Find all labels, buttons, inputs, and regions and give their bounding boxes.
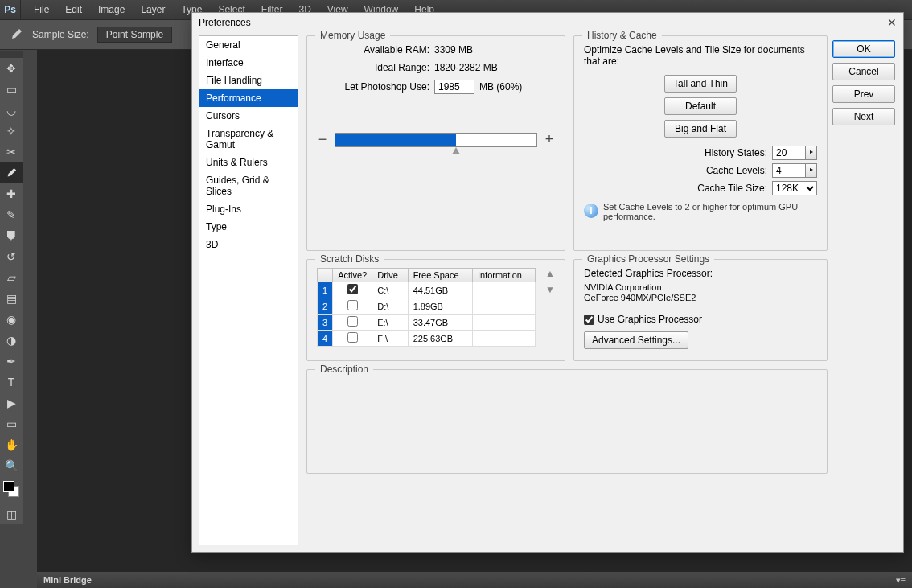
category-cursors[interactable]: Cursors: [199, 107, 298, 125]
category-guides-grid-slices[interactable]: Guides, Grid & Slices: [199, 171, 298, 200]
move-up-icon[interactable]: ▲: [545, 268, 555, 279]
color-swatch[interactable]: [3, 481, 19, 499]
healing-brush-tool-icon[interactable]: ✚: [0, 183, 23, 204]
brush-tool-icon[interactable]: ✎: [0, 204, 23, 225]
scratch-active-checkbox[interactable]: [347, 300, 358, 310]
info-icon: i: [584, 204, 598, 218]
history-cache-group: History & Cache Optimize Cache Levels an…: [573, 35, 828, 251]
scratch-disks-table: Active? Drive Free Space Information 1C:…: [317, 268, 536, 347]
scratch-row[interactable]: 1C:\44.51GB: [318, 282, 536, 298]
cancel-button[interactable]: Cancel: [832, 63, 895, 80]
cache-levels-label: Cache Levels:: [706, 165, 767, 176]
ok-button[interactable]: OK: [832, 40, 895, 58]
cache-tile-size-label: Cache Tile Size:: [697, 183, 767, 194]
scratch-row[interactable]: 3E:\33.47GB: [318, 315, 536, 331]
advanced-settings-button[interactable]: Advanced Settings...: [584, 331, 688, 349]
detected-gpu-label: Detected Graphics Processor:: [584, 268, 817, 279]
preferences-dialog: Preferences ✕ General Interface File Han…: [191, 12, 904, 553]
gpu-model: GeForce 940MX/PCIe/SSE2: [584, 293, 817, 302]
category-interface[interactable]: Interface: [199, 54, 298, 72]
menu-file[interactable]: File: [26, 0, 57, 19]
memory-slider[interactable]: [335, 133, 537, 147]
category-general[interactable]: General: [199, 36, 298, 54]
move-tool-icon[interactable]: ✥: [0, 58, 23, 79]
menu-edit[interactable]: Edit: [57, 0, 90, 19]
history-brush-tool-icon[interactable]: ↺: [0, 246, 23, 267]
path-select-tool-icon[interactable]: ▶: [0, 393, 23, 413]
sample-size-label: Sample Size:: [32, 29, 89, 40]
quickmask-toggle-icon[interactable]: ◫: [0, 504, 23, 524]
description-group: Description: [306, 369, 828, 474]
memory-increment-button[interactable]: +: [544, 131, 555, 148]
move-down-icon[interactable]: ▼: [545, 284, 555, 295]
panel-menu-icon[interactable]: ▾≡: [896, 575, 906, 586]
category-transparency-gamut[interactable]: Transparency & Gamut: [199, 125, 298, 154]
category-type[interactable]: Type: [199, 218, 298, 236]
let-photoshop-use-input[interactable]: [434, 80, 474, 94]
history-states-label: History States:: [705, 147, 767, 158]
sample-size-select[interactable]: Point Sample: [97, 27, 172, 43]
close-icon[interactable]: ✕: [887, 16, 897, 29]
memory-legend: Memory Usage: [315, 30, 390, 41]
memory-usage-group: Memory Usage Available RAM:3309 MB Ideal…: [306, 35, 565, 251]
marquee-tool-icon[interactable]: ▭: [0, 79, 23, 100]
scratch-disks-legend: Scratch Disks: [315, 253, 384, 265]
menu-image[interactable]: Image: [90, 0, 133, 19]
gpu-settings-group: Graphics Processor Settings Detected Gra…: [573, 259, 828, 361]
toolbar-handle[interactable]: [0, 51, 23, 58]
lasso-tool-icon[interactable]: ◡: [0, 100, 23, 121]
blur-tool-icon[interactable]: ◉: [0, 309, 23, 330]
type-tool-icon[interactable]: T: [0, 372, 23, 393]
cache-levels-stepper[interactable]: ▸: [806, 163, 817, 178]
eraser-tool-icon[interactable]: ▱: [0, 267, 23, 288]
prev-button[interactable]: Prev: [832, 85, 895, 103]
scratch-row[interactable]: 2D:\1.89GB: [318, 298, 536, 315]
scratch-disks-group: Scratch Disks Active? Drive Free Space I…: [306, 259, 565, 361]
scratch-active-checkbox[interactable]: [347, 316, 358, 327]
zoom-tool-icon[interactable]: 🔍: [0, 455, 23, 476]
crop-tool-icon[interactable]: ✂: [0, 142, 23, 162]
app-logo: Ps: [0, 0, 21, 19]
history-cache-intro: Optimize Cache Levels and Tile Size for …: [584, 44, 817, 67]
stamp-tool-icon[interactable]: ⛊: [0, 225, 23, 246]
use-gpu-checkbox[interactable]: [584, 315, 594, 325]
foreground-color[interactable]: [3, 481, 14, 492]
history-states-input[interactable]: [772, 146, 806, 160]
dodge-tool-icon[interactable]: ◑: [0, 330, 23, 351]
gradient-tool-icon[interactable]: ▤: [0, 288, 23, 309]
default-button[interactable]: Default: [664, 97, 737, 115]
next-button[interactable]: Next: [832, 108, 895, 125]
pen-tool-icon[interactable]: ✒: [0, 351, 23, 372]
magic-wand-tool-icon[interactable]: ✧: [0, 121, 23, 142]
hand-tool-icon[interactable]: ✋: [0, 434, 23, 455]
history-cache-legend: History & Cache: [582, 30, 662, 41]
category-units-rulers[interactable]: Units & Rulers: [199, 154, 298, 171]
dialog-actions: OK Cancel Prev Next: [832, 32, 903, 552]
memory-slider-fill: [335, 134, 456, 146]
memory-slider-thumb[interactable]: [452, 147, 460, 154]
col-drive: Drive: [372, 269, 408, 282]
gpu-legend: Graphics Processor Settings: [582, 253, 714, 265]
scratch-active-checkbox[interactable]: [347, 332, 358, 343]
history-states-stepper[interactable]: ▸: [806, 146, 817, 160]
cache-levels-input[interactable]: [772, 163, 806, 178]
tall-and-thin-button[interactable]: Tall and Thin: [664, 75, 737, 93]
menu-layer[interactable]: Layer: [133, 0, 173, 19]
scratch-row[interactable]: 4F:\225.63GB: [318, 331, 536, 347]
category-performance[interactable]: Performance: [199, 89, 298, 107]
col-active: Active?: [333, 269, 372, 282]
mini-bridge-panel[interactable]: Mini Bridge ▾≡: [37, 572, 912, 588]
cache-tile-size-select[interactable]: 128K: [772, 181, 817, 195]
category-file-handling[interactable]: File Handling: [199, 72, 298, 89]
big-and-flat-button[interactable]: Big and Flat: [664, 120, 737, 138]
category-plugins[interactable]: Plug-Ins: [199, 200, 298, 218]
scratch-active-checkbox[interactable]: [347, 284, 358, 294]
col-info: Information: [472, 269, 535, 282]
memory-decrement-button[interactable]: −: [317, 131, 328, 148]
dialog-titlebar: Preferences ✕: [192, 13, 903, 32]
eyedropper-tool-icon[interactable]: [0, 162, 23, 183]
description-legend: Description: [315, 364, 373, 375]
category-3d[interactable]: 3D: [199, 236, 298, 253]
shape-tool-icon[interactable]: ▭: [0, 413, 23, 434]
col-free: Free Space: [408, 269, 472, 282]
